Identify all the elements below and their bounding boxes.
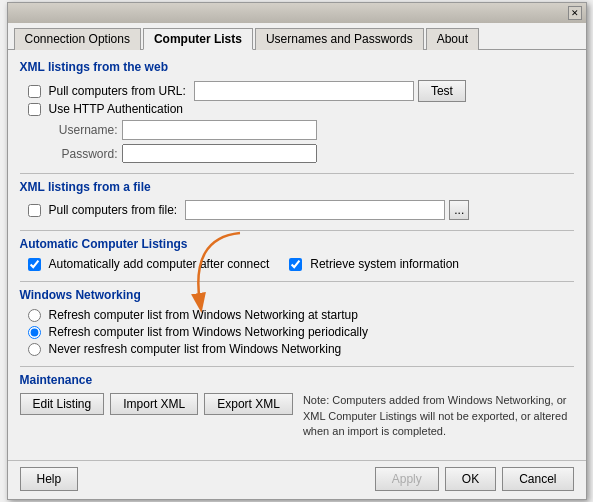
tab-about[interactable]: About bbox=[426, 28, 479, 50]
pull-file-row: Pull computers from file: ... bbox=[28, 200, 574, 220]
maintenance-title: Maintenance bbox=[20, 373, 574, 387]
pull-url-label[interactable]: Pull computers from URL: bbox=[28, 84, 186, 98]
divider-1 bbox=[20, 173, 574, 174]
tab-content: XML listings from the web Pull computers… bbox=[8, 50, 586, 459]
tab-bar: Connection Options Computer Lists Userna… bbox=[8, 23, 586, 50]
title-bar: ✕ bbox=[8, 3, 586, 23]
radio-startup[interactable] bbox=[28, 309, 41, 322]
divider-3 bbox=[20, 281, 574, 282]
radio-never[interactable] bbox=[28, 343, 41, 356]
file-path-input[interactable] bbox=[185, 200, 445, 220]
footer: Help Apply OK Cancel bbox=[8, 460, 586, 499]
auto-add-checkbox[interactable] bbox=[28, 258, 41, 271]
xml-file-section: XML listings from a file Pull computers … bbox=[20, 180, 574, 220]
divider-2 bbox=[20, 230, 574, 231]
xml-file-title: XML listings from a file bbox=[20, 180, 574, 194]
http-auth-checkbox[interactable] bbox=[28, 103, 41, 116]
browse-button[interactable]: ... bbox=[449, 200, 469, 220]
xml-web-section: XML listings from the web Pull computers… bbox=[20, 60, 574, 163]
tab-computer-lists[interactable]: Computer Lists bbox=[143, 28, 253, 50]
password-label: Password: bbox=[28, 147, 118, 161]
maintenance-section: Maintenance Edit Listing Import XML Expo… bbox=[20, 373, 574, 439]
password-row: Password: bbox=[28, 144, 574, 163]
windows-networking-title: Windows Networking bbox=[20, 288, 574, 302]
radio-periodic[interactable] bbox=[28, 326, 41, 339]
retrieve-info-checkbox[interactable] bbox=[289, 258, 302, 271]
edit-listing-button[interactable]: Edit Listing bbox=[20, 393, 105, 415]
apply-button[interactable]: Apply bbox=[375, 467, 439, 491]
tab-connection-options[interactable]: Connection Options bbox=[14, 28, 141, 50]
username-row: Username: bbox=[28, 120, 574, 140]
pull-file-label[interactable]: Pull computers from file: bbox=[28, 203, 178, 217]
radio-periodic-row: Refresh computer list from Windows Netwo… bbox=[28, 325, 574, 339]
ok-button[interactable]: OK bbox=[445, 467, 496, 491]
password-input[interactable] bbox=[122, 144, 317, 163]
username-label: Username: bbox=[28, 123, 118, 137]
xml-web-body: Pull computers from URL: Test Use HTTP A… bbox=[20, 80, 574, 163]
maintenance-body: Edit Listing Import XML Export XML Note:… bbox=[20, 393, 574, 439]
cancel-button[interactable]: Cancel bbox=[502, 467, 573, 491]
maintenance-note: Note: Computers added from Windows Netwo… bbox=[303, 393, 574, 439]
help-button[interactable]: Help bbox=[20, 467, 79, 491]
import-xml-button[interactable]: Import XML bbox=[110, 393, 198, 415]
auto-add-label[interactable]: Automatically add computer after connect bbox=[28, 257, 270, 271]
windows-networking-body: Refresh computer list from Windows Netwo… bbox=[20, 308, 574, 356]
radio-never-row: Never resfresh computer list from Window… bbox=[28, 342, 574, 356]
xml-file-body: Pull computers from file: ... bbox=[20, 200, 574, 220]
username-input[interactable] bbox=[122, 120, 317, 140]
pull-url-checkbox[interactable] bbox=[28, 85, 41, 98]
radio-periodic-label[interactable]: Refresh computer list from Windows Netwo… bbox=[28, 325, 368, 339]
tab-usernames-passwords[interactable]: Usernames and Passwords bbox=[255, 28, 424, 50]
close-button[interactable]: ✕ bbox=[568, 6, 582, 20]
dialog: ✕ Connection Options Computer Lists User… bbox=[7, 2, 587, 499]
auto-listings-body: Automatically add computer after connect… bbox=[20, 257, 574, 271]
radio-startup-label[interactable]: Refresh computer list from Windows Netwo… bbox=[28, 308, 358, 322]
test-button[interactable]: Test bbox=[418, 80, 466, 102]
pull-url-row: Pull computers from URL: Test bbox=[28, 80, 574, 102]
http-auth-row: Use HTTP Authentication bbox=[28, 102, 574, 116]
windows-networking-section: Windows Networking Refresh computer list… bbox=[20, 288, 574, 356]
retrieve-info-label[interactable]: Retrieve system information bbox=[289, 257, 459, 271]
divider-4 bbox=[20, 366, 574, 367]
export-xml-button[interactable]: Export XML bbox=[204, 393, 293, 415]
http-auth-label[interactable]: Use HTTP Authentication bbox=[28, 102, 184, 116]
auto-listings-section: Automatic Computer Listings Automaticall… bbox=[20, 237, 574, 271]
url-input[interactable] bbox=[194, 81, 414, 101]
xml-web-title: XML listings from the web bbox=[20, 60, 574, 74]
maintenance-buttons: Edit Listing Import XML Export XML bbox=[20, 393, 293, 415]
pull-file-checkbox[interactable] bbox=[28, 204, 41, 217]
radio-never-label[interactable]: Never resfresh computer list from Window… bbox=[28, 342, 342, 356]
radio-startup-row: Refresh computer list from Windows Netwo… bbox=[28, 308, 574, 322]
footer-right: Apply OK Cancel bbox=[375, 467, 574, 491]
auto-listings-title: Automatic Computer Listings bbox=[20, 237, 574, 251]
